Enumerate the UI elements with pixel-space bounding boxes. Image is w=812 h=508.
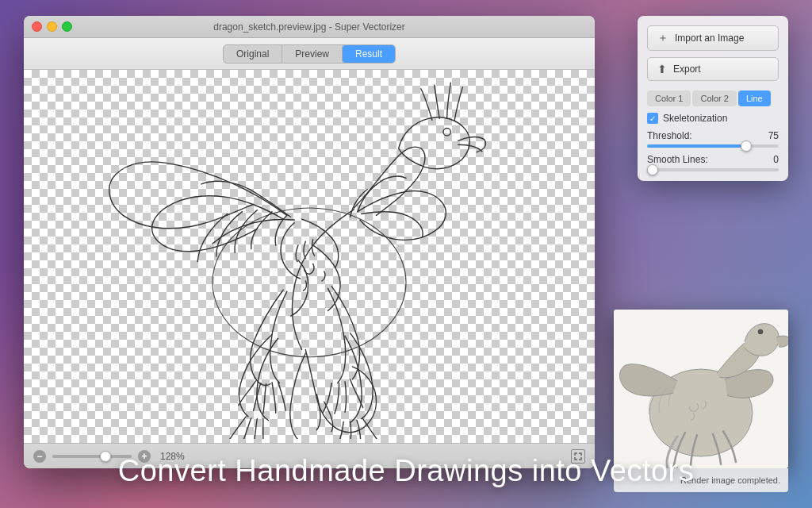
main-window: dragon_sketch.preview.jpg - Super Vector… (24, 16, 595, 468)
tab-preview[interactable]: Preview (282, 45, 342, 63)
export-icon: ⬆ (657, 63, 667, 75)
tab-color1[interactable]: Color 1 (647, 90, 691, 106)
window-title: dragon_sketch.preview.jpg - Super Vector… (213, 21, 404, 33)
title-bar: dragon_sketch.preview.jpg - Super Vector… (24, 16, 595, 38)
canvas-area (24, 70, 595, 443)
tab-line[interactable]: Line (738, 90, 771, 106)
skeletonization-label: Skeletonization (663, 113, 727, 124)
close-button[interactable] (32, 21, 42, 32)
threshold-slider-thumb[interactable] (741, 140, 752, 152)
preview-dragon-svg (614, 310, 788, 468)
svg-point-0 (213, 208, 406, 357)
preview-thumbnail (614, 310, 788, 468)
tab-original[interactable]: Original (224, 45, 282, 63)
smooth-lines-row: Smooth Lines: 0 (647, 154, 779, 171)
svg-point-1 (443, 129, 450, 136)
smooth-lines-label: Smooth Lines: (647, 154, 708, 165)
smooth-lines-value: 0 (773, 154, 779, 165)
color-tab-group: Color 1 Color 2 Line (647, 90, 779, 106)
import-icon: ＋ (657, 31, 668, 45)
import-button[interactable]: ＋ Import an Image (647, 25, 779, 51)
view-tab-group: Original Preview Result (223, 44, 396, 64)
skeletonization-checkbox[interactable] (647, 113, 658, 124)
smooth-lines-slider[interactable] (647, 168, 779, 171)
preview-image (614, 310, 788, 468)
minimize-button[interactable] (47, 21, 57, 32)
tab-result[interactable]: Result (342, 45, 395, 63)
threshold-slider[interactable] (647, 144, 779, 148)
threshold-row: Threshold: 75 (647, 130, 779, 148)
svg-point-4 (758, 329, 763, 334)
bottom-tagline: Convert Handmade Drawings into Vectors (0, 454, 812, 488)
tab-color2[interactable]: Color 2 (692, 90, 736, 106)
skeletonization-row: Skeletonization (647, 113, 779, 124)
dragon-svg (32, 74, 587, 439)
maximize-button[interactable] (62, 21, 72, 32)
side-panel: ＋ Import an Image ⬆ Export Color 1 Color… (638, 16, 788, 181)
smooth-lines-slider-thumb[interactable] (647, 164, 658, 175)
traffic-lights (32, 21, 72, 32)
export-button[interactable]: ⬆ Export (647, 57, 779, 81)
threshold-value: 75 (768, 130, 779, 141)
dragon-drawing (32, 74, 587, 439)
toolbar: Original Preview Result (24, 38, 595, 70)
content-area (24, 70, 595, 443)
threshold-label: Threshold: (647, 130, 692, 141)
